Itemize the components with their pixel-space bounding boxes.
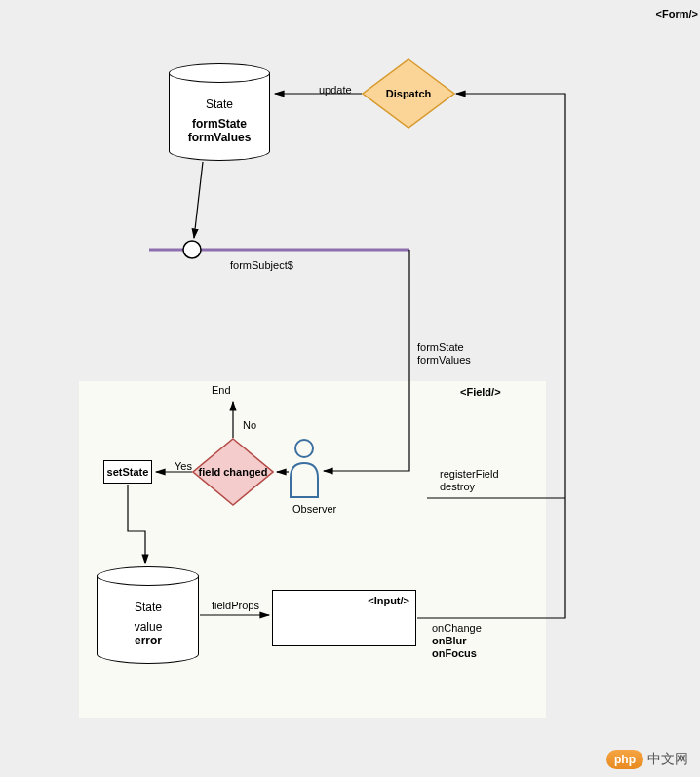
watermark-badge: php: [606, 750, 643, 769]
svg-point-6: [295, 440, 313, 457]
diagram-svg: [0, 0, 700, 777]
dispatch-label: Dispatch: [386, 88, 431, 99]
field-changed-label: field changed: [199, 466, 268, 478]
watermark-text: 中文网: [647, 751, 688, 768]
svg-line-5: [194, 162, 203, 238]
svg-point-3: [183, 241, 201, 258]
watermark: php 中文网: [606, 750, 688, 769]
